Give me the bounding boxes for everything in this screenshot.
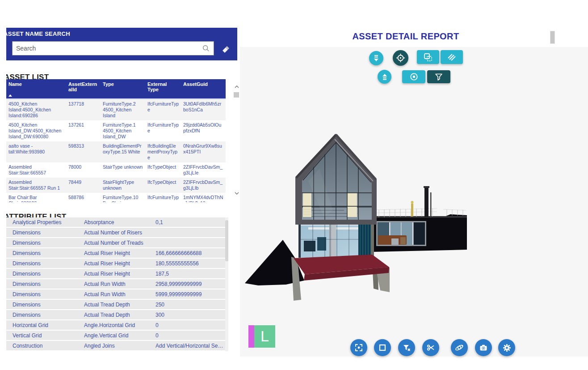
list-item[interactable]: Dimensions Actual Riser Height 180,55555… xyxy=(6,259,226,268)
list-item[interactable]: Dimensions Actual Number of Risers xyxy=(6,228,226,237)
table-row[interactable]: 4500_Kitchen Island_DW:4500_Kitchen Isla… xyxy=(6,120,226,141)
attr-value: 0 xyxy=(154,332,226,339)
cell-id: 588786 xyxy=(66,193,101,202)
attr-category: Dimensions xyxy=(6,271,82,277)
list-item[interactable]: Analytical Properties Absorptance 0,1 xyxy=(6,217,226,227)
attribute-table: Analytical Properties Absorptance 0,1 Di… xyxy=(6,217,226,351)
status-badge: L xyxy=(248,325,275,348)
asset-list-scrollbar-thumb[interactable] xyxy=(234,92,239,98)
expand-up-icon xyxy=(381,73,389,81)
column-header-assetguid[interactable]: AssetGuid xyxy=(181,79,226,98)
list-item[interactable]: Construction Angled Joins Add Vertical/H… xyxy=(6,341,226,350)
expand-up-button[interactable] xyxy=(378,70,391,84)
attr-category: Dimensions xyxy=(6,281,82,287)
attr-name: Actual Riser Height xyxy=(82,260,154,267)
orbit-button[interactable] xyxy=(451,339,468,356)
attr-category: Dimensions xyxy=(6,312,82,318)
list-item[interactable]: Dimensions Actual Run Width 2958,9999999… xyxy=(6,279,226,289)
cell-id: 598313 xyxy=(66,141,101,162)
list-item[interactable]: Dimensions Actual Riser Height 187,5 xyxy=(6,269,226,278)
cell-external-type: IfcFurnitureType xyxy=(145,99,181,120)
list-item[interactable]: Horizontal Grid Angle.Horizontal Grid 0 xyxy=(6,320,226,330)
cell-external-type: IfcFurnitureType xyxy=(145,120,181,141)
search-icon xyxy=(202,44,210,52)
3d-model-house[interactable] xyxy=(241,125,500,313)
table-row[interactable]: Assembled Stair:Stair:665557 Run 1 78449… xyxy=(6,178,226,193)
badge-letter: L xyxy=(254,325,275,348)
list-item[interactable]: Dimensions Actual Run Width 5999,9999999… xyxy=(6,289,226,299)
table-row[interactable]: aalto vase - tall:White:993980 598313 Bu… xyxy=(6,141,226,162)
record-icon xyxy=(409,72,419,81)
column-header-name[interactable]: Name xyxy=(6,79,66,98)
hatch-isolate-icon xyxy=(447,52,457,62)
column-header-externaltype[interactable]: External Type xyxy=(145,79,181,98)
section-cut-icon xyxy=(426,343,435,352)
attr-value: 180,55555555556 xyxy=(154,260,226,267)
locate-button[interactable] xyxy=(393,50,408,66)
scroll-down-icon[interactable] xyxy=(234,191,239,195)
list-item[interactable]: Dimensions Actual Number of Treads xyxy=(6,238,226,247)
attr-category: Vertical Grid xyxy=(6,332,82,339)
box-select-button[interactable] xyxy=(374,339,391,356)
cell-name: aalto vase - tall:White:993980 xyxy=(6,141,66,162)
cell-external-type: IfcTypeObject xyxy=(145,162,181,178)
attr-value: 300 xyxy=(154,312,226,318)
page-title: ASSET DETAIL REPORT xyxy=(240,31,571,42)
cell-name: 4500_Kitchen Island:4500_Kitchen Island:… xyxy=(6,99,66,120)
box-select-icon xyxy=(378,343,387,352)
attr-value: 250 xyxy=(154,302,226,308)
cell-external-type: IfcTypeObject xyxy=(145,178,181,193)
scroll-up-icon[interactable] xyxy=(234,85,239,89)
camera-button[interactable] xyxy=(475,339,492,356)
eraser-icon[interactable] xyxy=(221,44,231,54)
table-row[interactable]: 4500_Kitchen Island:4500_Kitchen Island:… xyxy=(6,99,226,120)
cell-guid: 3Ut0AFdIb6Mh5zrboS1nCa xyxy=(181,99,226,120)
asset-table: Name AssetExternalId Type External Type … xyxy=(6,79,226,202)
search-input[interactable] xyxy=(13,45,202,52)
settings-button[interactable] xyxy=(498,339,515,356)
attr-name: Actual Run Width xyxy=(82,291,154,298)
select-similar-button[interactable] xyxy=(417,50,439,64)
search-panel-title: ASSET NAME SEARCH xyxy=(6,28,237,39)
cell-type: StairType unknown xyxy=(101,162,145,178)
clear-filter-button[interactable] xyxy=(398,339,415,356)
column-header-type[interactable]: Type xyxy=(101,79,145,98)
attr-name: Actual Number of Risers xyxy=(82,230,154,236)
orbit-icon xyxy=(454,343,464,353)
cell-name: Bar Chair:Bar Chair:988128 xyxy=(6,193,66,202)
settings-icon xyxy=(502,343,512,353)
list-item[interactable]: Dimensions Actual Riser Height 166,66666… xyxy=(6,248,226,258)
fit-view-icon xyxy=(354,343,363,352)
column-header-assetexternalid[interactable]: AssetExternalId xyxy=(66,79,101,98)
cell-id: 137261 xyxy=(66,120,101,141)
attr-category: Dimensions xyxy=(6,240,82,246)
record-button[interactable] xyxy=(402,70,425,83)
attr-value: 0,1 xyxy=(154,219,226,225)
page-scrollbar-thumb[interactable] xyxy=(550,31,555,44)
attr-category: Analytical Properties xyxy=(6,219,82,225)
attribute-scrollbar-thumb[interactable] xyxy=(225,220,228,261)
attr-name: Actual Tread Depth xyxy=(82,312,154,318)
attr-name: Angled Joins xyxy=(82,343,154,349)
cell-name: 4500_Kitchen Island_DW:4500_Kitchen Isla… xyxy=(6,120,66,141)
table-row[interactable]: Bar Chair:Bar Chair:988128 588786 Furnit… xyxy=(6,193,226,202)
attr-name: Actual Tread Depth xyxy=(82,302,154,308)
list-item[interactable]: Dimensions Actual Tread Depth 250 xyxy=(6,300,226,309)
cell-type: BuildingElementProxyType.15 White xyxy=(101,141,145,162)
fit-view-button[interactable] xyxy=(350,339,367,356)
hatch-isolate-button[interactable] xyxy=(441,50,463,64)
attr-category: Construction xyxy=(6,343,82,349)
collapse-down-button[interactable] xyxy=(369,51,383,65)
filter-button[interactable] xyxy=(427,70,450,83)
attr-value: Add Vertical/Horizontal Seg... xyxy=(154,343,226,349)
filter-icon xyxy=(434,72,443,81)
cell-id: 78449 xyxy=(66,178,101,193)
cell-type: StairFlightType unknown xyxy=(101,178,145,193)
list-item[interactable]: Vertical Grid Angle.Vertical Grid 0 xyxy=(6,331,226,340)
section-cut-button[interactable] xyxy=(422,339,439,356)
attr-value: 166,666666666688 xyxy=(154,250,226,256)
table-row[interactable]: Assembled Stair:Stair:665557 78000 Stair… xyxy=(6,162,226,178)
list-item[interactable]: Dimensions Actual Tread Depth 300 xyxy=(6,310,226,319)
search-box[interactable] xyxy=(12,41,214,55)
attr-category: Dimensions xyxy=(6,250,82,256)
